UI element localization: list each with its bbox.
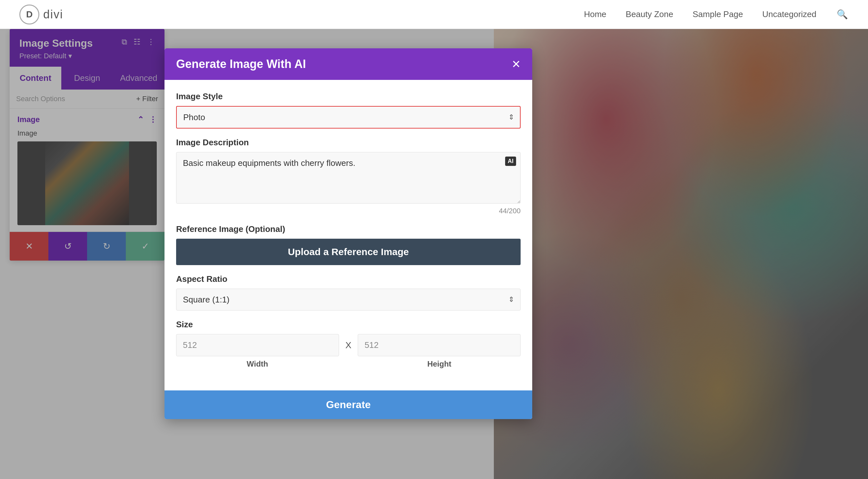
- size-field: Size X Width Height: [176, 319, 521, 369]
- image-style-label: Image Style: [176, 92, 521, 101]
- generate-button[interactable]: Generate: [164, 390, 532, 419]
- size-labels: Width Height: [176, 360, 521, 369]
- nav-link-beauty-zone[interactable]: Beauty Zone: [626, 9, 673, 19]
- logo: D divi: [19, 4, 63, 25]
- nav-link-home[interactable]: Home: [584, 9, 606, 19]
- size-height-label: Height: [358, 360, 521, 369]
- divi-logo-circle: D: [19, 4, 39, 25]
- modal-body: Image Style Photo Digital Art Painting S…: [164, 80, 532, 389]
- aspect-ratio-label: Aspect Ratio: [176, 274, 521, 284]
- modal-header: Generate Image With AI ✕: [164, 48, 532, 80]
- size-spacer: [339, 360, 358, 369]
- aspect-ratio-select-wrapper: Square (1:1) Landscape (16:9) Portrait (…: [176, 288, 521, 311]
- image-style-select-wrapper: Photo Digital Art Painting Sketch 3D Ren…: [176, 106, 521, 129]
- navbar: D divi Home Beauty Zone Sample Page Unca…: [0, 0, 868, 29]
- ai-badge: AI: [505, 157, 516, 166]
- size-inputs: X: [176, 334, 521, 356]
- navbar-links: Home Beauty Zone Sample Page Uncategoriz…: [584, 8, 849, 21]
- description-textarea[interactable]: Basic makeup equipments with cherry flow…: [176, 152, 521, 204]
- nav-link-sample-page[interactable]: Sample Page: [692, 9, 743, 19]
- image-style-select[interactable]: Photo Digital Art Painting Sketch 3D Ren…: [176, 106, 521, 129]
- page-content: r Inclusive Beauty Solutions Welcome to …: [0, 29, 868, 479]
- size-width-label: Width: [176, 360, 339, 369]
- reference-image-label: Reference Image (Optional): [176, 224, 521, 234]
- size-x-separator: X: [345, 340, 351, 350]
- logo-letter: D: [26, 9, 33, 20]
- modal-title: Generate Image With AI: [176, 57, 306, 71]
- image-style-field: Image Style Photo Digital Art Painting S…: [176, 92, 521, 129]
- aspect-ratio-field: Aspect Ratio Square (1:1) Landscape (16:…: [176, 274, 521, 311]
- nav-link-uncategorized[interactable]: Uncategorized: [762, 9, 816, 19]
- generate-image-modal: Generate Image With AI ✕ Image Style Pho…: [164, 48, 532, 419]
- search-icon[interactable]: 🔍: [836, 8, 849, 21]
- image-description-label: Image Description: [176, 138, 521, 147]
- upload-reference-button[interactable]: Upload a Reference Image: [176, 239, 521, 265]
- modal-close-button[interactable]: ✕: [512, 59, 521, 70]
- size-height-input[interactable]: [358, 334, 521, 356]
- size-label: Size: [176, 319, 521, 330]
- description-textarea-wrapper: Basic makeup equipments with cherry flow…: [176, 152, 521, 205]
- size-width-input[interactable]: [176, 334, 339, 356]
- image-description-field: Image Description Basic makeup equipment…: [176, 138, 521, 215]
- char-count: 44/200: [176, 207, 521, 215]
- logo-text: divi: [43, 8, 63, 21]
- reference-image-field: Reference Image (Optional) Upload a Refe…: [176, 224, 521, 265]
- aspect-ratio-select[interactable]: Square (1:1) Landscape (16:9) Portrait (…: [176, 288, 521, 311]
